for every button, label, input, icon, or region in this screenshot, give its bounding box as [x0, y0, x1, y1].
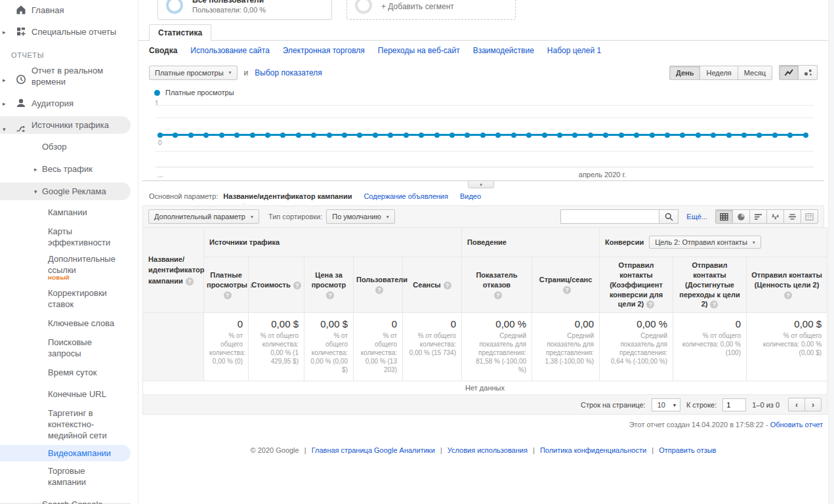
subtab-ecommerce[interactable]: Электронная торговля — [283, 46, 365, 55]
sidebar-item-home[interactable]: Главная — [0, 1, 131, 19]
data-point[interactable] — [650, 133, 655, 138]
performance-view-button[interactable] — [749, 209, 767, 224]
data-point[interactable] — [449, 133, 455, 138]
data-point[interactable] — [495, 133, 501, 138]
column-header-goal-conversion-rate[interactable]: Отправил контакты (Коэффициент конверсии… — [600, 257, 673, 313]
help-icon[interactable] — [710, 301, 718, 308]
granularity-month-button[interactable]: Месяц — [738, 66, 772, 80]
segment-all-users[interactable]: Все пользователи Пользователи: 0,00 % — [157, 0, 332, 20]
goto-row-input[interactable] — [722, 398, 746, 411]
metric-selector-dropdown[interactable]: Платные просмотры — [149, 66, 238, 80]
data-point[interactable] — [757, 133, 762, 138]
help-icon[interactable] — [784, 291, 792, 299]
column-header-pages-per-session[interactable]: Страниц/сеанс — [532, 257, 600, 313]
subtab-goal-set-1[interactable]: Набор целей 1 — [547, 46, 601, 55]
sidebar-item-search-queries[interactable]: Поисковые запросы — [0, 334, 131, 362]
data-point[interactable] — [726, 133, 732, 138]
column-header-sessions[interactable]: Сеансы — [403, 257, 462, 313]
dimension-ad-content-link[interactable]: Содержание объявления — [364, 192, 448, 200]
data-point[interactable] — [557, 133, 562, 138]
sidebar-item-search-console[interactable]: Search Console — [0, 495, 131, 504]
column-header-bounce-rate[interactable]: Показатель отказов — [462, 257, 532, 313]
rows-per-page-select[interactable]: 10 — [652, 398, 680, 411]
data-point[interactable] — [772, 133, 778, 138]
sidebar-item-video-campaigns[interactable]: Видеокампании — [0, 445, 131, 461]
sidebar-item-overview[interactable]: Обзор — [0, 138, 131, 156]
help-icon[interactable] — [375, 286, 383, 294]
data-point[interactable] — [188, 133, 194, 138]
next-page-button[interactable] — [804, 398, 822, 411]
prev-page-button[interactable] — [788, 398, 805, 411]
data-point[interactable] — [280, 133, 285, 138]
sidebar-item-display-targeting[interactable]: Таргетинг в контекстно-медийной сети — [0, 405, 131, 444]
sidebar-item-shopping-campaigns[interactable]: Торговые кампании — [0, 463, 131, 490]
data-point[interactable] — [572, 133, 577, 138]
help-icon[interactable] — [563, 286, 571, 294]
sidebar-item-hour-of-day[interactable]: Время суток — [0, 364, 131, 381]
data-point[interactable] — [250, 133, 255, 138]
dimension-video-link[interactable]: Видео — [460, 192, 481, 200]
data-point[interactable] — [603, 133, 608, 138]
data-point[interactable] — [634, 133, 639, 138]
sidebar-item-custom-reports[interactable]: Специальные отчеты — [0, 23, 131, 41]
granularity-day-button[interactable]: День — [669, 66, 701, 80]
goal-selector-dropdown[interactable]: Цель 2: Отправил контакты — [649, 236, 761, 249]
data-point[interactable] — [388, 133, 393, 138]
line-chart-button[interactable] — [779, 65, 799, 80]
advanced-filter-link[interactable]: Ещё... — [686, 213, 707, 220]
sidebar-item-audience[interactable]: Аудитория — [0, 94, 131, 112]
help-icon[interactable] — [224, 291, 232, 299]
sidebar-item-treemaps[interactable]: Карты эффективности — [0, 223, 131, 251]
data-point[interactable] — [265, 133, 270, 138]
help-icon[interactable] — [186, 278, 194, 285]
select-metric-link[interactable]: Выбор показателя — [255, 68, 322, 77]
column-header-goal-value[interactable]: Отправил контакты (Ценность цели 2) — [747, 257, 827, 313]
subtab-site-usage[interactable]: Использование сайта — [190, 46, 270, 55]
footer-link-home[interactable]: Главная страница Google Аналитики — [312, 446, 435, 454]
data-point[interactable] — [173, 133, 178, 138]
footer-link-privacy[interactable]: Политика конфиденциальности — [540, 446, 646, 454]
data-point[interactable] — [327, 133, 332, 138]
add-segment-button[interactable]: + Добавить сегмент — [346, 0, 516, 20]
granularity-week-button[interactable]: Неделя — [699, 66, 738, 80]
help-icon[interactable] — [326, 291, 334, 299]
data-point[interactable] — [526, 133, 532, 138]
data-view-button[interactable] — [715, 209, 733, 224]
data-point[interactable] — [203, 133, 209, 138]
term-cloud-view-button[interactable] — [783, 209, 801, 224]
help-icon[interactable] — [646, 301, 654, 308]
data-point[interactable] — [696, 133, 701, 138]
sidebar-item-final-urls[interactable]: Конечные URL — [0, 386, 131, 402]
sidebar-item-realtime[interactable]: Отчет в реальном времени — [0, 62, 131, 91]
sidebar-item-keywords[interactable]: Ключевые слова — [0, 315, 131, 331]
sidebar-item-all-traffic[interactable]: Весь трафик — [0, 160, 131, 178]
data-point[interactable] — [157, 133, 163, 138]
data-point[interactable] — [419, 133, 424, 138]
data-point[interactable] — [311, 133, 316, 138]
page-scrollbar[interactable] — [828, 0, 834, 504]
subtab-clicks[interactable]: Переходы на веб-сайт — [378, 46, 460, 55]
data-point[interactable] — [373, 133, 378, 138]
data-point[interactable] — [234, 133, 240, 138]
comparison-view-button[interactable] — [766, 209, 784, 224]
data-point[interactable] — [296, 133, 301, 138]
data-point[interactable] — [680, 133, 685, 138]
data-point[interactable] — [404, 133, 409, 138]
help-icon[interactable] — [444, 282, 451, 289]
help-icon[interactable] — [494, 291, 502, 299]
data-point[interactable] — [511, 133, 516, 138]
percentage-view-button[interactable] — [732, 209, 750, 224]
column-header-cpv[interactable]: Цена за просмотр — [304, 257, 354, 313]
data-point[interactable] — [665, 133, 670, 138]
column-header-cost[interactable]: Стоимость — [249, 257, 304, 313]
dimension-campaign-selected[interactable]: Название/идентификатор кампании — [223, 192, 352, 200]
data-point[interactable] — [357, 133, 362, 138]
motion-chart-button[interactable] — [798, 65, 818, 80]
column-header-paid-views[interactable]: Платные просмотры — [204, 257, 249, 313]
column-header-campaign[interactable]: Название/идентификатор кампании — [143, 228, 204, 313]
sort-type-dropdown[interactable]: По умолчанию — [326, 209, 394, 224]
data-point[interactable] — [588, 133, 593, 138]
data-point[interactable] — [434, 133, 440, 138]
sidebar-item-google-ads[interactable]: Google Реклама — [0, 182, 131, 200]
sidebar-item-acquisition[interactable]: Источники трафика — [0, 116, 131, 134]
